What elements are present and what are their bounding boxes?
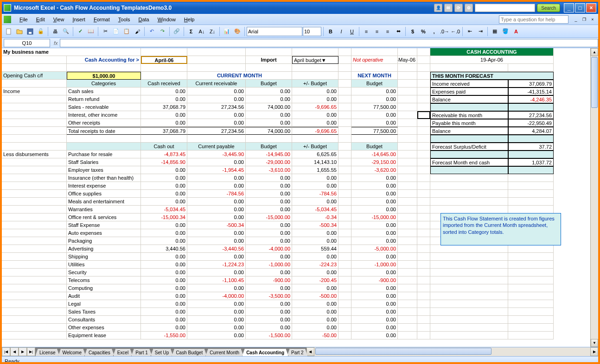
cell[interactable]: -5,034.45 [292, 206, 338, 213]
cell[interactable]: -4,873.45 [141, 151, 187, 158]
cell[interactable]: 0.00 [187, 229, 246, 237]
underline-button[interactable]: U [347, 26, 357, 37]
cell[interactable]: 0.00 [292, 308, 338, 316]
cell[interactable]: 0.00 [351, 284, 398, 292]
drawing-button[interactable]: 🎨 [232, 26, 243, 37]
cell[interactable]: 0.00 [351, 237, 398, 245]
scroll-left-arrow[interactable]: ◀ [306, 347, 314, 356]
cell[interactable] [2, 332, 67, 339]
cell[interactable]: Cash Accounting for > [67, 56, 141, 64]
bold-button[interactable]: B [326, 26, 336, 37]
cell[interactable] [2, 174, 67, 182]
cell[interactable] [338, 48, 351, 56]
cell[interactable] [508, 316, 554, 324]
cell[interactable] [508, 292, 554, 300]
cell[interactable]: +/- Budget [292, 80, 338, 88]
cell[interactable] [398, 64, 417, 72]
cell[interactable] [417, 135, 430, 143]
increase-indent-button[interactable]: ⇥ [475, 26, 485, 37]
cell[interactable]: 37,069.79 [508, 80, 554, 88]
cell[interactable]: Utilities [67, 261, 141, 269]
close-button[interactable]: × [586, 3, 596, 13]
cell[interactable]: 0.00 [292, 174, 338, 182]
cell[interactable]: -9,696.65 [292, 103, 338, 111]
cell[interactable]: 0.00 [351, 182, 398, 190]
cell[interactable]: Insurance (other than health) [67, 174, 141, 182]
cell[interactable]: 0.00 [141, 182, 187, 190]
cell[interactable]: 0.00 [141, 174, 187, 182]
cell[interactable] [398, 143, 417, 151]
cell[interactable]: 0.00 [351, 206, 398, 213]
scroll-h-thumb[interactable] [315, 348, 491, 355]
cell[interactable]: 14,143.10 [292, 158, 338, 166]
mail-icon[interactable]: ✉ [444, 4, 453, 12]
cell[interactable]: Sales - receivable [67, 103, 141, 111]
cell[interactable]: 0.00 [351, 198, 398, 206]
cell[interactable]: 0.00 [292, 253, 338, 261]
cell[interactable]: 0.00 [246, 237, 292, 245]
cell[interactable]: Cash sales [67, 88, 141, 95]
spreadsheet-grid[interactable]: My business nameCASH ACCOUNTINGCash Acco… [2, 48, 590, 347]
doc-restore-button[interactable]: ❐ [581, 16, 588, 23]
research-button[interactable]: 📖 [86, 26, 96, 37]
cell[interactable]: -14,645.00 [351, 151, 398, 158]
cell[interactable]: -3,620.00 [351, 166, 398, 174]
cell[interactable]: 0.00 [187, 174, 246, 182]
cell[interactable] [2, 269, 67, 276]
cell[interactable]: 0.00 [141, 111, 187, 119]
cell[interactable] [398, 151, 417, 158]
cell[interactable] [398, 103, 417, 111]
cell[interactable] [187, 135, 246, 143]
cell[interactable]: 31-May-06 [398, 56, 417, 64]
cell[interactable]: 0.00 [246, 174, 292, 182]
permission-button[interactable]: 🔓 [36, 26, 46, 37]
cell[interactable] [398, 135, 417, 143]
cell[interactable] [338, 174, 351, 182]
cell[interactable]: 0.00 [187, 332, 246, 339]
cell[interactable]: 0.00 [141, 308, 187, 316]
cell[interactable] [338, 237, 351, 245]
cell[interactable]: 0.00 [246, 284, 292, 292]
cell[interactable]: 0.00 [351, 174, 398, 182]
cell[interactable] [338, 198, 351, 206]
tab-first-button[interactable]: |◀ [2, 347, 10, 356]
tab-last-button[interactable]: ▶| [27, 347, 35, 356]
cell[interactable] [398, 182, 417, 190]
cell[interactable] [417, 119, 430, 127]
cell[interactable] [508, 324, 554, 332]
cell[interactable] [430, 269, 508, 276]
cell[interactable] [67, 64, 141, 72]
cell[interactable]: Other expenses [67, 324, 141, 332]
cell[interactable] [2, 56, 67, 64]
chart-wizard-button[interactable]: 📊 [222, 26, 232, 37]
cell[interactable]: 0.00 [292, 237, 338, 245]
cell[interactable] [292, 135, 338, 143]
cell[interactable]: 0.00 [187, 206, 246, 213]
menu-insert[interactable]: Insert [69, 15, 89, 24]
cell[interactable] [417, 88, 430, 95]
search-input[interactable] [475, 4, 535, 12]
cell[interactable]: -15,000.34 [141, 213, 187, 221]
cell[interactable]: 0.00 [246, 182, 292, 190]
menu-tools[interactable]: Tools [115, 15, 134, 24]
cell[interactable] [2, 119, 67, 127]
tab-prev-button[interactable]: ◀ [10, 347, 19, 356]
scroll-down-arrow[interactable]: ▼ [591, 339, 598, 347]
cell[interactable]: 0.00 [246, 206, 292, 213]
cell[interactable] [141, 48, 187, 56]
cell[interactable] [141, 72, 187, 80]
cell[interactable] [508, 166, 554, 174]
cell[interactable] [508, 135, 554, 143]
cell[interactable] [2, 80, 67, 88]
cell[interactable] [430, 198, 508, 206]
menu-file[interactable]: File [16, 15, 32, 24]
cell[interactable]: 0.00 [187, 316, 246, 324]
cell[interactable]: 0.00 [141, 119, 187, 127]
cell[interactable] [338, 64, 351, 72]
cell[interactable] [67, 143, 141, 151]
cell[interactable] [338, 182, 351, 190]
cell[interactable] [398, 276, 417, 284]
sheet-tab[interactable]: Set Up [151, 348, 173, 356]
cell[interactable]: -1,100.45 [187, 276, 246, 284]
cell[interactable]: -14,945.00 [246, 151, 292, 158]
